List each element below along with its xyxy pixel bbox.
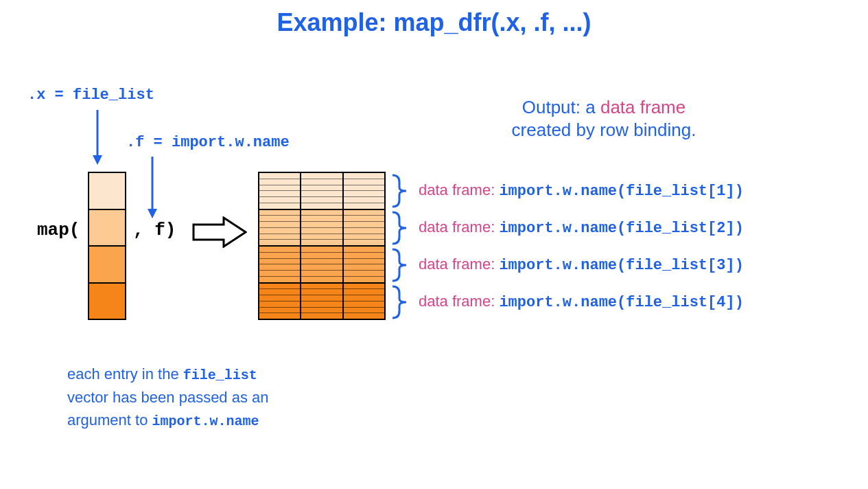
output-row-label: data frame: import.w.name(file_list[1]) — [419, 181, 744, 200]
svg-marker-3 — [148, 209, 157, 218]
label-x: .x = file_list — [27, 87, 154, 104]
df-label: data frame: — [419, 181, 495, 198]
output-header: Output: a data frame created by row bind… — [412, 96, 796, 141]
input-cell — [89, 247, 125, 284]
transform-arrow-icon — [192, 216, 247, 248]
note-text: argument to — [67, 411, 152, 429]
note-code: file_list — [183, 367, 257, 383]
footnote: each entry in the file_list vector has b… — [67, 363, 369, 432]
svg-marker-1 — [93, 155, 102, 165]
brace-icon — [390, 248, 408, 282]
map-call-post: , f) — [133, 220, 176, 240]
df-label: data frame: — [419, 293, 495, 310]
df-label: data frame: — [419, 218, 495, 236]
output-row-label: data frame: import.w.name(file_list[3]) — [419, 255, 744, 274]
brace-icon — [390, 285, 408, 319]
brace-icon — [390, 211, 408, 245]
df-call: import.w.name(file_list[1]) — [499, 183, 743, 200]
arrow-x-icon — [96, 110, 99, 165]
page-title: Example: map_dfr(.x, .f, ...) — [0, 8, 868, 37]
output-dataframe — [258, 172, 386, 320]
label-f: .f = import.w.name — [126, 134, 290, 151]
output-header-highlight: data frame — [600, 97, 685, 117]
input-cell — [89, 173, 125, 210]
output-header-line1a: Output: a — [522, 97, 600, 117]
df-call: import.w.name(file_list[4]) — [499, 294, 743, 311]
df-label: data frame: — [419, 255, 495, 273]
output-block — [259, 210, 384, 247]
output-block — [259, 284, 384, 319]
arrow-f-icon — [151, 157, 154, 218]
output-row-label: data frame: import.w.name(file_list[2]) — [419, 218, 744, 237]
note-code: import.w.name — [152, 413, 259, 429]
output-row-label: data frame: import.w.name(file_list[4]) — [419, 293, 744, 311]
note-text: vector has been passed as an — [67, 389, 269, 406]
df-call: import.w.name(file_list[3]) — [499, 257, 743, 274]
output-block — [259, 173, 384, 210]
df-call: import.w.name(file_list[2]) — [499, 220, 743, 237]
brace-icon — [390, 174, 408, 208]
note-text: each entry in the — [67, 365, 183, 383]
map-call-pre: map( — [37, 220, 80, 240]
input-cell — [89, 210, 125, 247]
input-vector — [88, 172, 126, 320]
output-block — [259, 247, 384, 284]
output-header-line2: created by row binding. — [512, 120, 696, 140]
input-cell — [89, 284, 125, 319]
